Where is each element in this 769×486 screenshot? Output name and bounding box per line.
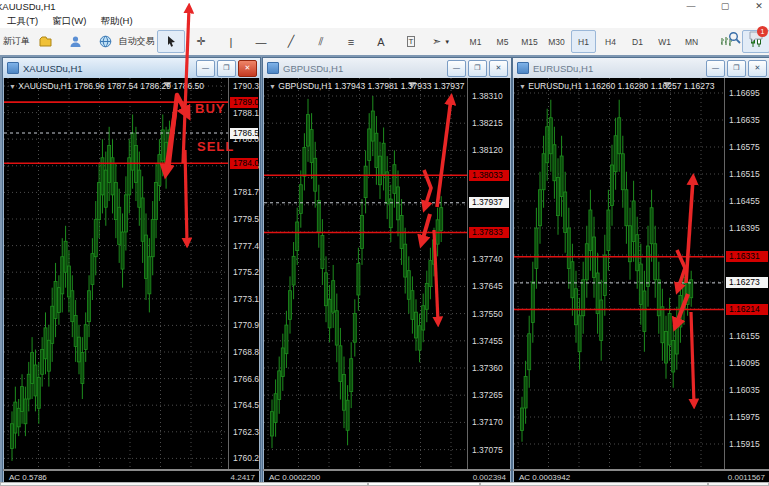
price-tick: 1.15915 <box>729 439 760 449</box>
mt4-application-window: XAUUSDu,H1 — ▢ ✕ 工具(T)窗口(W)帮助(H) 新订单 自动交… <box>0 0 769 486</box>
notifications-button[interactable]: 1 <box>749 30 763 45</box>
autotrading-button[interactable]: 自动交易 <box>121 30 149 53</box>
chart-restore-button[interactable]: ❐ <box>217 60 236 77</box>
timeframe-button-d1[interactable]: D1 <box>625 30 650 53</box>
price-tick: 1768.80 <box>233 347 259 357</box>
fibonacci-icon: ≡ <box>348 36 354 48</box>
menu-item[interactable]: 工具(T) <box>0 13 45 28</box>
price-tick: 1790.30 <box>233 81 259 91</box>
crosshair-icon: ✛ <box>196 35 205 48</box>
fibonacci-tool-button[interactable]: ≡ <box>337 30 365 53</box>
indicator-label: AC 0.0002200 <box>269 473 320 482</box>
indicator-subwindow: AC 0.5786 4.2417 <box>4 471 259 482</box>
label-tool-button[interactable]: T <box>397 30 425 53</box>
menu-item[interactable]: 帮助(H) <box>93 13 139 28</box>
price-axis[interactable]: 1.383101.382151.381201.380251.379301.378… <box>467 78 510 469</box>
chart-icon <box>517 62 529 74</box>
channel-icon: ⫽ <box>319 35 324 48</box>
crosshair-tool-button[interactable]: ✛ <box>187 30 215 53</box>
website-button[interactable] <box>91 30 119 53</box>
horizontal-line-tool-button[interactable]: — <box>247 30 275 53</box>
main-minimize-button[interactable]: — <box>685 0 697 13</box>
price-tick: 1777.40 <box>233 241 259 251</box>
price-tick: 1.38120 <box>472 145 503 155</box>
price-axis[interactable]: 1790.301788.151786.001783.851781.701779.… <box>228 78 259 469</box>
main-restore-button[interactable]: ▢ <box>719 0 731 13</box>
timeframe-button-h4[interactable]: H4 <box>598 30 623 53</box>
horizontal-line-icon: — <box>256 36 267 48</box>
indicator-axis-value: 4.2417 <box>231 473 255 482</box>
price-tick: 1.38310 <box>472 91 503 101</box>
timeframe-button-m5[interactable]: M5 <box>490 30 515 53</box>
chart-minimize-button[interactable]: — <box>706 60 725 77</box>
taskbar-button[interactable] <box>708 482 769 486</box>
timeframe-button-mn[interactable]: MN <box>679 30 704 53</box>
profiles-button[interactable] <box>31 30 59 53</box>
timeframe-button-m30[interactable]: M30 <box>544 30 569 53</box>
chart-titlebar[interactable]: EURUSDu,H1 — ❐ ✕ <box>513 58 769 78</box>
chart-title: GBPUSDu,H1 <box>283 63 343 74</box>
vertical-line-tool-button[interactable]: | <box>217 30 245 53</box>
price-tick: 1.16095 <box>729 358 760 368</box>
search-icon[interactable] <box>728 31 741 44</box>
price-tick: 1.37740 <box>472 254 503 264</box>
cursor-tool-button[interactable] <box>157 30 185 53</box>
chart-minimize-button[interactable]: — <box>447 60 466 77</box>
price-tick: 1775.25 <box>233 267 259 277</box>
community-button[interactable] <box>61 30 89 53</box>
notification-count-badge: 1 <box>757 26 768 37</box>
chart-restore-button[interactable]: ❐ <box>727 60 746 77</box>
price-tick: 1766.65 <box>233 374 259 384</box>
timeframe-button-h1[interactable]: H1 <box>571 30 596 53</box>
chart-restore-button[interactable]: ❐ <box>468 60 487 77</box>
price-tick: 1.37360 <box>472 363 503 373</box>
chart-title: XAUUSDu,H1 <box>23 63 83 74</box>
chart-close-button[interactable]: ✕ <box>748 60 767 77</box>
current-price-badge: 1.16273 <box>726 277 768 288</box>
chart-canvas[interactable]: ▼ GBPUSDu,H1 1.37943 1.37981 1.37933 1.3… <box>264 78 510 469</box>
chart-titlebar[interactable]: GBPUSDu,H1 — ❐ ✕ <box>263 58 511 78</box>
price-tick: 1760.20 <box>233 453 259 463</box>
chart-minimize-button[interactable]: — <box>196 60 215 77</box>
price-tick: 1.37265 <box>472 390 503 400</box>
chart-close-button[interactable]: ✕ <box>489 60 508 77</box>
trendline-icon: ╱ <box>288 35 295 48</box>
new-order-label: 新订单 <box>3 35 30 48</box>
timeframe-button-w1[interactable]: W1 <box>652 30 677 53</box>
current-price-badge: 1.37937 <box>469 197 509 208</box>
price-tick: 1773.10 <box>233 294 259 304</box>
price-tick: 1.16455 <box>729 196 760 206</box>
taskbar-button[interactable] <box>480 482 708 486</box>
chart-titlebar[interactable]: XAUUSDu,H1 — ❐ ✕ <box>3 58 260 78</box>
candlestick-plot <box>514 78 724 469</box>
chart-window: XAUUSDu,H1 — ❐ ✕ ▼ XAUUSDu,H1 1786.96 17… <box>2 57 261 484</box>
taskbar-button[interactable] <box>0 482 368 486</box>
trendline-tool-button[interactable]: ╱ <box>277 30 305 53</box>
arrows-tool-button[interactable]: ➣▼ <box>427 30 455 53</box>
current-price-badge: 1786.50 <box>230 128 258 139</box>
price-tick: 1788.15 <box>233 108 259 118</box>
price-tick: 1.16695 <box>729 88 760 98</box>
person-icon <box>69 35 82 48</box>
menu-item[interactable]: 窗口(W) <box>45 13 93 28</box>
chart-canvas[interactable]: ▼ EURUSDu,H1 1.16260 1.16280 1.16257 1.1… <box>514 78 769 469</box>
timeframe-button-m15[interactable]: M15 <box>517 30 542 53</box>
resistance-price-badge: 1789.00 <box>230 97 258 108</box>
new-order-button[interactable]: 新订单 <box>1 30 29 53</box>
price-tick: 1.38215 <box>472 118 503 128</box>
main-close-button[interactable]: ✕ <box>753 0 765 13</box>
taskbar-button-active[interactable] <box>368 482 480 486</box>
chart-close-button[interactable]: ✕ <box>238 60 257 77</box>
chart-canvas[interactable]: ▼ XAUUSDu,H1 1786.96 1787.54 1786.29 178… <box>4 78 259 469</box>
price-tick: 1.37075 <box>472 445 503 455</box>
toolbar: 新订单 自动交易 ✛ | — ╱ ⫽ ≡ A T ➣▼ M1M5M15M30H1… <box>0 28 769 56</box>
timeframe-button-m1[interactable]: M1 <box>463 30 488 53</box>
price-axis[interactable]: 1.166951.166351.165751.165151.164551.163… <box>724 78 769 469</box>
text-tool-button[interactable]: A <box>367 30 395 53</box>
indicator-axis-value: 0.002394 <box>473 473 506 482</box>
candlestick-plot <box>264 78 467 469</box>
channel-tool-button[interactable]: ⫽ <box>307 30 335 53</box>
price-tick: 1.37645 <box>472 281 503 291</box>
resistance-price-badge: 1.16331 <box>726 251 768 262</box>
taskbar <box>0 482 769 486</box>
